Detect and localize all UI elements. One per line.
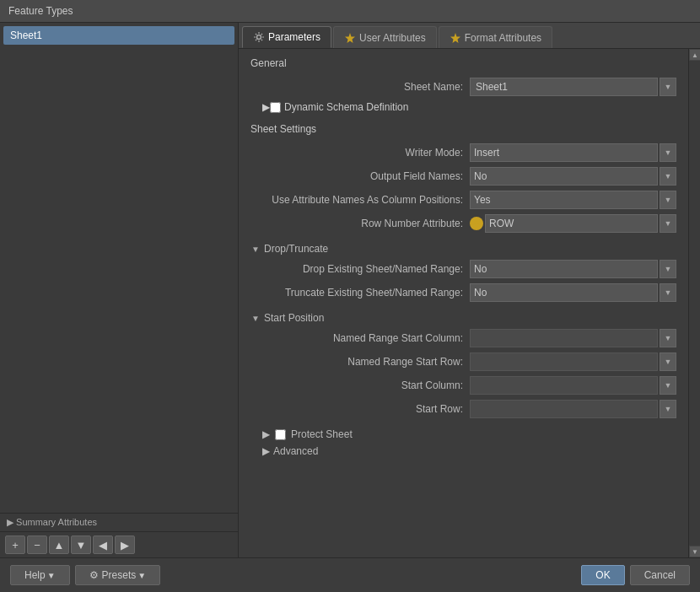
named-range-start-row-btn[interactable]: ▼: [660, 353, 676, 371]
list-item-label: Sheet1: [10, 30, 42, 41]
drop-existing-extra-btn[interactable]: ▼: [660, 260, 676, 278]
start-col-btn[interactable]: ▼: [660, 376, 676, 395]
scroll-up-btn[interactable]: ▲: [689, 49, 700, 61]
sheet-name-dropdown-btn[interactable]: ▼: [660, 78, 676, 96]
start-position-header: ▼ Start Position: [250, 312, 676, 324]
truncate-existing-extra-btn[interactable]: ▼: [660, 283, 676, 302]
writer-mode-control: Insert Overwrite Append ▼: [470, 143, 676, 162]
output-field-names-row: Output Field Names: No Yes ▼: [250, 167, 676, 186]
sheet-name-control: ▼: [470, 78, 676, 96]
dynamic-schema-row: ▶ Dynamic Schema Definition: [250, 101, 676, 113]
protect-sheet-toggle[interactable]: ▶: [262, 428, 270, 440]
down-icon: ▼: [76, 539, 87, 552]
start-col-control: ▼: [470, 376, 676, 395]
dynamic-schema-toggle[interactable]: ▶: [262, 101, 270, 113]
protect-sheet-label: Protect Sheet: [291, 428, 353, 440]
tab-user-attributes[interactable]: User Attributes: [333, 26, 437, 48]
row-number-attr-extra-btn[interactable]: ▼: [660, 214, 676, 233]
general-title: General: [250, 57, 676, 69]
drop-truncate-header: ▼ Drop/Truncate: [250, 243, 676, 255]
start-row-label: Start Row:: [250, 403, 470, 415]
presets-button[interactable]: ⚙ Presets ▼: [75, 565, 161, 585]
start-row-input[interactable]: [470, 400, 658, 418]
dialog-body: Sheet1 ▶ Summary Attributes + − ▲ ▼: [0, 23, 700, 557]
named-range-start-col-label: Named Range Start Column:: [250, 332, 470, 344]
row-number-attr-row: Row Number Attribute:: [250, 214, 676, 233]
tab-parameters[interactable]: Parameters: [242, 26, 331, 48]
right-button[interactable]: ▶: [115, 535, 135, 554]
protect-sheet-row[interactable]: ▶ Protect Sheet: [250, 428, 676, 440]
writer-mode-extra-btn[interactable]: ▼: [660, 143, 676, 162]
named-range-start-row-control: ▼: [470, 353, 676, 371]
tab-format-attributes-label: Format Attributes: [465, 32, 541, 44]
remove-icon: −: [34, 539, 40, 552]
use-attr-names-select[interactable]: Yes No: [470, 191, 658, 209]
drop-existing-select[interactable]: No Yes: [470, 260, 658, 278]
left-toolbar: + − ▲ ▼ ◀ ▶: [0, 531, 238, 557]
right-scrollbar[interactable]: ▲ ▼: [688, 49, 700, 557]
dynamic-schema-label: Dynamic Schema Definition: [284, 101, 408, 113]
named-range-start-row-label: Named Range Start Row:: [250, 356, 470, 368]
help-button[interactable]: Help ▼: [10, 565, 70, 585]
row-number-attr-select[interactable]: ROW: [485, 214, 658, 233]
start-row-row: Start Row: ▼: [250, 400, 676, 418]
start-row-btn[interactable]: ▼: [660, 400, 676, 418]
scroll-down-btn[interactable]: ▼: [689, 546, 700, 557]
move-up-button[interactable]: ▲: [49, 535, 69, 554]
left-panel: Sheet1 ▶ Summary Attributes + − ▲ ▼: [0, 23, 239, 557]
named-range-start-row-row: Named Range Start Row: ▼: [250, 353, 676, 371]
left-button[interactable]: ◀: [93, 535, 113, 554]
tab-format-attributes[interactable]: Format Attributes: [439, 26, 552, 48]
advanced-row[interactable]: ▶ Advanced: [250, 445, 676, 457]
ok-button[interactable]: OK: [581, 565, 624, 585]
drop-truncate-toggle[interactable]: ▼: [250, 244, 261, 254]
general-section: General Sheet Name: ▼: [250, 57, 676, 113]
row-attr-icon: [470, 217, 483, 230]
output-field-names-label: Output Field Names:: [250, 170, 470, 182]
start-position-section: ▼ Start Position Named Range Start Colum…: [250, 312, 676, 418]
presets-icon: ⚙: [89, 569, 99, 581]
named-range-start-col-row: Named Range Start Column: ▼: [250, 329, 676, 347]
start-position-toggle[interactable]: ▼: [250, 313, 261, 323]
summary-attributes-label: ▶ Summary Attributes: [7, 517, 97, 527]
use-attr-names-extra-btn[interactable]: ▼: [660, 191, 676, 209]
summary-attributes[interactable]: ▶ Summary Attributes: [0, 513, 238, 531]
dialog-footer: Help ▼ ⚙ Presets ▼ OK Cancel: [0, 557, 700, 592]
named-range-start-col-input[interactable]: [470, 329, 658, 347]
remove-button[interactable]: −: [27, 535, 47, 554]
sheet-name-input[interactable]: [470, 78, 658, 96]
drop-existing-label: Drop Existing Sheet/Named Range:: [250, 263, 470, 275]
advanced-toggle[interactable]: ▶: [262, 445, 270, 457]
truncate-existing-select[interactable]: No Yes: [470, 283, 658, 302]
row-number-attr-control: ROW ▼: [470, 214, 676, 233]
named-range-start-row-input[interactable]: [470, 353, 658, 371]
writer-mode-row: Writer Mode: Insert Overwrite Append ▼: [250, 143, 676, 162]
add-button[interactable]: +: [5, 535, 25, 554]
dialog-title-text: Feature Types: [8, 5, 73, 17]
cancel-button[interactable]: Cancel: [630, 565, 690, 585]
scroll-track[interactable]: [689, 61, 700, 546]
drop-truncate-section: ▼ Drop/Truncate Drop Existing Sheet/Name…: [250, 243, 676, 302]
truncate-existing-control: No Yes ▼: [470, 283, 676, 302]
named-range-start-col-btn[interactable]: ▼: [660, 329, 676, 347]
named-range-start-col-control: ▼: [470, 329, 676, 347]
protect-sheet-checkbox[interactable]: [275, 429, 286, 440]
drop-existing-row: Drop Existing Sheet/Named Range: No Yes …: [250, 260, 676, 278]
svg-marker-3: [473, 219, 480, 227]
start-col-row: Start Column: ▼: [250, 376, 676, 395]
footer-left: Help ▼ ⚙ Presets ▼: [10, 565, 160, 585]
svg-point-0: [257, 35, 261, 40]
list-item[interactable]: Sheet1: [3, 26, 234, 45]
use-attr-names-row: Use Attribute Names As Column Positions:…: [250, 191, 676, 209]
output-field-names-select[interactable]: No Yes: [470, 167, 658, 186]
writer-mode-select[interactable]: Insert Overwrite Append: [470, 143, 658, 162]
start-row-control: ▼: [470, 400, 676, 418]
drop-existing-control: No Yes ▼: [470, 260, 676, 278]
dynamic-schema-checkbox[interactable]: [270, 102, 281, 113]
start-col-input[interactable]: [470, 376, 658, 395]
dialog: Feature Types Sheet1 ▶ Summary Attribute…: [0, 0, 700, 592]
output-field-names-extra-btn[interactable]: ▼: [660, 167, 676, 186]
left-icon: ◀: [99, 539, 107, 552]
use-attr-names-control: Yes No ▼: [470, 191, 676, 209]
move-down-button[interactable]: ▼: [71, 535, 91, 554]
